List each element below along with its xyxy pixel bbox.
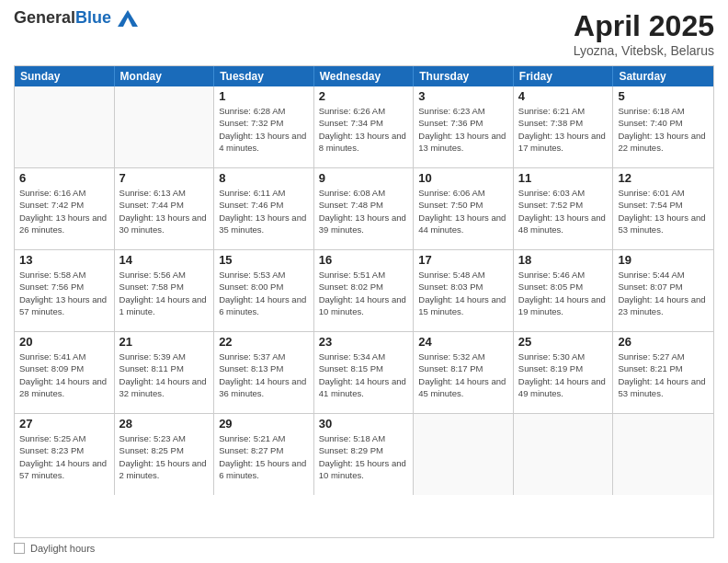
day-number: 18 [518,253,609,267]
day-number: 23 [319,335,409,349]
cal-cell: 17Sunrise: 5:48 AM Sunset: 8:03 PM Dayli… [414,250,514,331]
day-info: Sunrise: 5:18 AM Sunset: 8:29 PM Dayligh… [319,432,409,481]
day-number: 25 [518,335,609,349]
day-number: 5 [618,89,709,103]
cal-cell: 21Sunrise: 5:39 AM Sunset: 8:11 PM Dayli… [115,332,215,413]
day-info: Sunrise: 6:08 AM Sunset: 7:48 PM Dayligh… [319,187,409,236]
day-number: 24 [418,335,508,349]
day-info: Sunrise: 6:16 AM Sunset: 7:42 PM Dayligh… [19,187,109,236]
cal-header-cell: Monday [115,66,215,86]
day-info: Sunrise: 5:30 AM Sunset: 8:19 PM Dayligh… [518,350,609,399]
day-info: Sunrise: 5:39 AM Sunset: 8:11 PM Dayligh… [119,350,210,399]
day-number: 17 [418,253,508,267]
logo-general: GeneralBlue [14,9,138,28]
calendar-body: 1Sunrise: 6:28 AM Sunset: 7:32 PM Daylig… [15,86,713,495]
day-number: 29 [219,417,309,431]
day-info: Sunrise: 6:11 AM Sunset: 7:46 PM Dayligh… [219,187,309,236]
day-info: Sunrise: 6:18 AM Sunset: 7:40 PM Dayligh… [618,105,709,154]
cal-header-cell: Sunday [15,66,115,86]
title-section: April 2025 Lyozna, Vitebsk, Belarus [574,9,714,58]
cal-cell: 23Sunrise: 5:34 AM Sunset: 8:15 PM Dayli… [314,332,415,413]
logo: GeneralBlue [14,9,138,28]
day-info: Sunrise: 5:21 AM Sunset: 8:27 PM Dayligh… [219,432,309,481]
cal-row: 27Sunrise: 5:25 AM Sunset: 8:23 PM Dayli… [15,414,713,495]
cal-cell: 20Sunrise: 5:41 AM Sunset: 8:09 PM Dayli… [15,332,115,413]
cal-cell: 24Sunrise: 5:32 AM Sunset: 8:17 PM Dayli… [414,332,514,413]
day-number: 27 [19,417,109,431]
cal-cell: 26Sunrise: 5:27 AM Sunset: 8:21 PM Dayli… [613,332,713,413]
cal-cell: 6Sunrise: 6:16 AM Sunset: 7:42 PM Daylig… [15,168,115,249]
day-number: 26 [618,335,709,349]
day-number: 10 [418,171,508,185]
cal-cell: 1Sunrise: 6:28 AM Sunset: 7:32 PM Daylig… [214,86,314,167]
day-number: 1 [219,89,309,103]
header: GeneralBlue April 2025 Lyozna, Vitebsk, … [14,9,714,58]
day-number: 15 [219,253,309,267]
calendar: SundayMondayTuesdayWednesdayThursdayFrid… [14,65,714,538]
cal-cell [613,414,713,495]
day-info: Sunrise: 6:21 AM Sunset: 7:38 PM Dayligh… [518,105,609,154]
footer-label: Daylight hours [30,543,95,554]
cal-cell [414,414,514,495]
cal-cell [514,414,614,495]
cal-cell: 13Sunrise: 5:58 AM Sunset: 7:56 PM Dayli… [15,250,115,331]
day-info: Sunrise: 5:51 AM Sunset: 8:02 PM Dayligh… [319,269,409,317]
day-info: Sunrise: 5:56 AM Sunset: 7:58 PM Dayligh… [119,269,210,317]
footer: Daylight hours [14,543,714,554]
day-number: 3 [418,89,508,103]
cal-row: 1Sunrise: 6:28 AM Sunset: 7:32 PM Daylig… [15,86,713,168]
day-info: Sunrise: 6:28 AM Sunset: 7:32 PM Dayligh… [219,105,309,154]
cal-cell: 11Sunrise: 6:03 AM Sunset: 7:52 PM Dayli… [514,168,614,249]
page: GeneralBlue April 2025 Lyozna, Vitebsk, … [0,0,728,563]
day-number: 19 [618,253,709,267]
day-number: 16 [319,253,409,267]
cal-cell [115,86,215,167]
cal-cell: 15Sunrise: 5:53 AM Sunset: 8:00 PM Dayli… [214,250,314,331]
day-info: Sunrise: 5:44 AM Sunset: 8:07 PM Dayligh… [618,269,709,317]
day-number: 21 [119,335,210,349]
day-info: Sunrise: 5:48 AM Sunset: 8:03 PM Dayligh… [418,269,508,317]
day-number: 28 [119,417,210,431]
day-info: Sunrise: 5:53 AM Sunset: 8:00 PM Dayligh… [219,269,309,317]
day-info: Sunrise: 5:32 AM Sunset: 8:17 PM Dayligh… [418,350,508,399]
day-number: 9 [319,171,409,185]
cal-cell: 22Sunrise: 5:37 AM Sunset: 8:13 PM Dayli… [214,332,314,413]
cal-cell: 30Sunrise: 5:18 AM Sunset: 8:29 PM Dayli… [314,414,415,495]
cal-cell: 29Sunrise: 5:21 AM Sunset: 8:27 PM Dayli… [214,414,314,495]
day-info: Sunrise: 5:46 AM Sunset: 8:05 PM Dayligh… [518,269,609,317]
day-number: 13 [19,253,109,267]
day-number: 11 [518,171,609,185]
cal-cell: 7Sunrise: 6:13 AM Sunset: 7:44 PM Daylig… [115,168,215,249]
day-number: 4 [518,89,609,103]
cal-cell: 14Sunrise: 5:56 AM Sunset: 7:58 PM Dayli… [115,250,215,331]
cal-cell: 28Sunrise: 5:23 AM Sunset: 8:25 PM Dayli… [115,414,215,495]
logo-icon [118,10,138,27]
cal-cell: 5Sunrise: 6:18 AM Sunset: 7:40 PM Daylig… [613,86,713,167]
month-year: April 2025 [574,9,714,43]
cal-cell: 9Sunrise: 6:08 AM Sunset: 7:48 PM Daylig… [314,168,415,249]
day-info: Sunrise: 5:34 AM Sunset: 8:15 PM Dayligh… [319,350,409,399]
daylight-box [14,543,25,554]
day-info: Sunrise: 5:58 AM Sunset: 7:56 PM Dayligh… [19,269,109,317]
cal-cell: 16Sunrise: 5:51 AM Sunset: 8:02 PM Dayli… [314,250,415,331]
cal-cell: 25Sunrise: 5:30 AM Sunset: 8:19 PM Dayli… [514,332,614,413]
cal-header-cell: Thursday [414,66,514,86]
logo-blue-inline: Blue [75,8,111,27]
cal-header-cell: Tuesday [214,66,314,86]
day-number: 20 [19,335,109,349]
day-info: Sunrise: 5:27 AM Sunset: 8:21 PM Dayligh… [618,350,709,399]
day-number: 8 [219,171,309,185]
day-info: Sunrise: 6:01 AM Sunset: 7:54 PM Dayligh… [618,187,709,236]
day-number: 7 [119,171,210,185]
cal-cell: 2Sunrise: 6:26 AM Sunset: 7:34 PM Daylig… [314,86,415,167]
cal-cell: 3Sunrise: 6:23 AM Sunset: 7:36 PM Daylig… [414,86,514,167]
day-info: Sunrise: 6:23 AM Sunset: 7:36 PM Dayligh… [418,105,508,154]
cal-cell: 19Sunrise: 5:44 AM Sunset: 8:07 PM Dayli… [613,250,713,331]
cal-row: 20Sunrise: 5:41 AM Sunset: 8:09 PM Dayli… [15,332,713,414]
day-info: Sunrise: 5:37 AM Sunset: 8:13 PM Dayligh… [219,350,309,399]
day-info: Sunrise: 6:26 AM Sunset: 7:34 PM Dayligh… [319,105,409,154]
day-info: Sunrise: 5:41 AM Sunset: 8:09 PM Dayligh… [19,350,109,399]
cal-cell: 8Sunrise: 6:11 AM Sunset: 7:46 PM Daylig… [214,168,314,249]
cal-cell [15,86,115,167]
cal-row: 13Sunrise: 5:58 AM Sunset: 7:56 PM Dayli… [15,250,713,332]
